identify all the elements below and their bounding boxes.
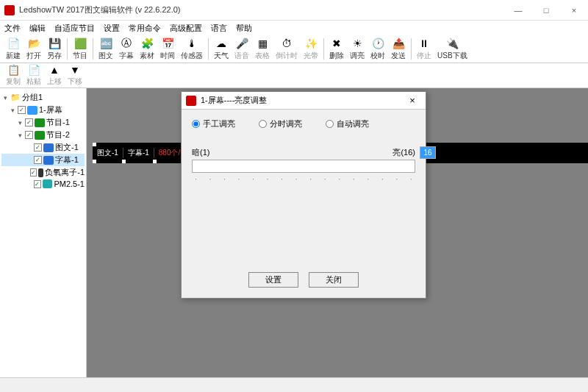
toolbar-时间[interactable]: 📅时间 bbox=[157, 37, 178, 61]
tree-item-负氧离子-1[interactable]: ✓负氧离子-1 bbox=[1, 166, 85, 179]
toolbar-停止: ⏸停止 bbox=[414, 37, 434, 61]
slider-min-label: 暗(1) bbox=[192, 147, 209, 158]
menu-编辑[interactable]: 编辑 bbox=[29, 23, 46, 34]
toolbar-传感器[interactable]: 🌡传感器 bbox=[178, 37, 206, 61]
tree-item-PM2.5-1[interactable]: ✓PM2.5-1 bbox=[1, 179, 85, 189]
tree-item-节目-2[interactable]: ▾✓节目-2 bbox=[1, 129, 85, 141]
maximize-button[interactable]: □ bbox=[537, 6, 556, 15]
dialog-title: 1-屏幕----亮度调整 bbox=[201, 95, 404, 106]
tree-item-字幕-1[interactable]: ✓字幕-1 bbox=[1, 154, 85, 166]
menu-常用命令[interactable]: 常用命令 bbox=[129, 23, 161, 34]
dialog-cancel-button[interactable]: 关闭 bbox=[309, 272, 359, 288]
titlebar: LedshowTW 2017图文编辑软件 (v 22.6.22.0) — □ × bbox=[0, 0, 588, 21]
menu-文件[interactable]: 文件 bbox=[4, 23, 21, 34]
tree-screen-label: 1-屏幕 bbox=[39, 104, 62, 115]
dialog-icon bbox=[186, 96, 196, 106]
toolbar-倒计时: ⏱倒计时 bbox=[273, 37, 301, 61]
打开-icon: 📂 bbox=[27, 37, 40, 50]
edit-粘贴: 📄粘贴 bbox=[24, 65, 44, 86]
dialog-ok-button[interactable]: 设置 bbox=[248, 272, 298, 288]
节目-icon: 🟩 bbox=[74, 37, 87, 50]
toolbar-天气[interactable]: ☁天气 bbox=[211, 37, 232, 61]
停止-icon: ⏸ bbox=[417, 37, 431, 50]
toolbar-校时[interactable]: 🕐校时 bbox=[368, 37, 388, 61]
statusbar bbox=[0, 377, 588, 392]
校时-icon: 🕐 bbox=[371, 37, 384, 50]
toolbar-发送[interactable]: 📤发送 bbox=[388, 37, 409, 61]
edit-上移: ▲上移 bbox=[44, 65, 65, 86]
时间-icon: 📅 bbox=[161, 37, 174, 50]
main-toolbar: 📄新建📂打开💾另存🟩节目🔤图文Ⓐ字幕🧩素材📅时间🌡传感器☁天气🎤语音▦表格⏱倒计… bbox=[0, 35, 588, 63]
minimize-button[interactable]: — bbox=[509, 6, 528, 15]
radio-auto[interactable]: 自动调亮 bbox=[326, 118, 369, 129]
zone-extra: 880个/ bbox=[154, 148, 180, 158]
edit-复制: 📋复制 bbox=[3, 65, 24, 86]
menubar: 文件编辑自适应节目设置常用命令高级配置语言帮助 bbox=[0, 21, 588, 35]
edit-toolbar: 📋复制📄粘贴▲上移▼下移 bbox=[0, 63, 588, 88]
radio-timed[interactable]: 分时调亮 bbox=[259, 118, 302, 129]
tree-screen[interactable]: ▾✓ 1-屏幕 bbox=[1, 104, 85, 116]
字幕-icon: Ⓐ bbox=[120, 37, 133, 50]
调亮-icon: ☀ bbox=[351, 37, 364, 50]
toolbar-图文[interactable]: 🔤图文 bbox=[96, 37, 116, 61]
另存-icon: 💾 bbox=[48, 37, 61, 50]
menu-语言[interactable]: 语言 bbox=[211, 23, 227, 34]
zone-label-1: 图文-1 bbox=[93, 148, 123, 158]
素材-icon: 🧩 bbox=[140, 37, 154, 50]
slider-max-label: 亮(16) bbox=[392, 147, 415, 158]
menu-设置[interactable]: 设置 bbox=[104, 23, 120, 34]
倒计时-icon: ⏱ bbox=[280, 37, 293, 50]
toolbar-调亮[interactable]: ☀调亮 bbox=[347, 37, 368, 61]
brightness-dialog: 1-屏幕----亮度调整 × 手工调亮 分时调亮 自动调亮 暗(1) 亮(16)… bbox=[181, 91, 426, 299]
window-title: LedshowTW 2017图文编辑软件 (v 22.6.22.0) bbox=[19, 4, 509, 15]
brightness-value-input[interactable] bbox=[420, 146, 436, 159]
USB下载-icon: 🔌 bbox=[445, 37, 459, 50]
menu-帮助[interactable]: 帮助 bbox=[236, 23, 252, 34]
发送-icon: 📤 bbox=[392, 37, 405, 50]
toolbar-语音: 🎤语音 bbox=[232, 37, 252, 61]
toolbar-USB下载[interactable]: 🔌USB下载 bbox=[434, 37, 470, 61]
新建-icon: 📄 bbox=[7, 37, 20, 50]
tree-item-图文-1[interactable]: ✓图文-1 bbox=[1, 141, 85, 154]
zone-label-2: 字幕-1 bbox=[123, 148, 154, 158]
toolbar-光带: ✨光带 bbox=[301, 37, 321, 61]
project-tree: ▾📁 分组1 ▾✓ 1-屏幕 ▾✓节目-1▾✓节目-2✓图文-1✓字幕-1✓负氧… bbox=[0, 88, 87, 377]
表格-icon: ▦ bbox=[256, 37, 269, 50]
toolbar-打开[interactable]: 📂打开 bbox=[24, 37, 44, 61]
tree-item-节目-1[interactable]: ▾✓节目-1 bbox=[1, 116, 85, 129]
brightness-slider[interactable] bbox=[192, 160, 415, 173]
radio-manual[interactable]: 手工调亮 bbox=[192, 118, 235, 129]
toolbar-素材[interactable]: 🧩素材 bbox=[137, 37, 157, 61]
dialog-close-button[interactable]: × bbox=[404, 95, 421, 106]
图文-icon: 🔤 bbox=[99, 37, 112, 50]
edit-下移: ▼下移 bbox=[65, 65, 85, 86]
toolbar-另存[interactable]: 💾另存 bbox=[44, 37, 65, 61]
toolbar-删除[interactable]: ✖删除 bbox=[326, 37, 347, 61]
删除-icon: ✖ bbox=[330, 37, 343, 50]
menu-自适应节目[interactable]: 自适应节目 bbox=[54, 23, 95, 34]
语音-icon: 🎤 bbox=[235, 37, 248, 50]
app-icon bbox=[4, 5, 15, 15]
天气-icon: ☁ bbox=[215, 37, 228, 50]
menu-高级配置[interactable]: 高级配置 bbox=[170, 23, 202, 34]
传感器-icon: 🌡 bbox=[185, 37, 198, 50]
tree-root[interactable]: ▾📁 分组1 bbox=[1, 91, 85, 104]
toolbar-新建[interactable]: 📄新建 bbox=[3, 37, 24, 61]
toolbar-字幕[interactable]: Ⓐ字幕 bbox=[116, 37, 137, 61]
光带-icon: ✨ bbox=[304, 37, 318, 50]
toolbar-节目[interactable]: 🟩节目 bbox=[70, 37, 90, 61]
tree-root-label: 分组1 bbox=[22, 92, 43, 103]
toolbar-表格: ▦表格 bbox=[252, 37, 273, 61]
close-button[interactable]: × bbox=[564, 6, 584, 15]
